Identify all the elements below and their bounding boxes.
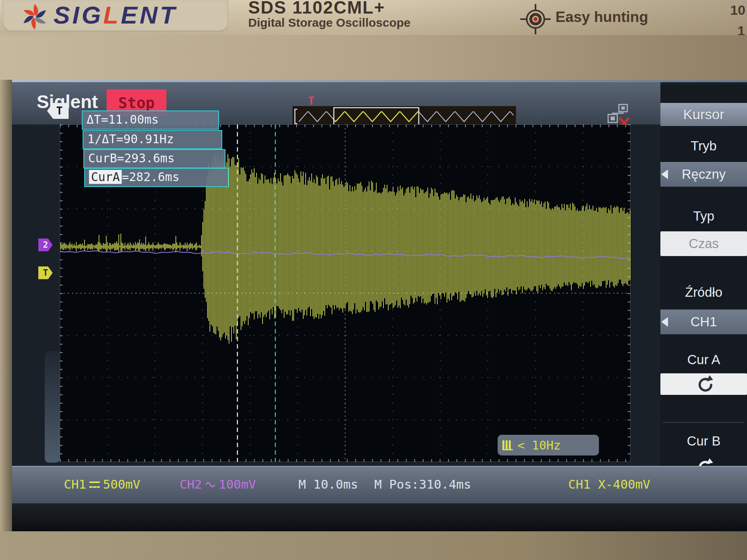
screen-lower-shadow xyxy=(12,503,747,531)
left-arrow-icon xyxy=(661,170,668,179)
readout-delta-t: ΔT=11.00ms xyxy=(82,110,219,130)
cur-a-knob-button[interactable] xyxy=(660,373,747,395)
device-mid-bezel xyxy=(0,35,747,80)
brand-logo-plate: SIGLENT xyxy=(2,0,228,32)
trigger-position-marker: T xyxy=(308,95,314,107)
brand-text: SIGLENT xyxy=(53,1,178,29)
model-title: SDS 1102CML+ xyxy=(248,0,385,18)
tagline-text: Easy hunting xyxy=(555,9,648,26)
menu-item-cur-b[interactable]: Cur B xyxy=(660,429,747,453)
trigger-frequency-badge: < 10Hz xyxy=(498,435,599,455)
rotate-knob-icon xyxy=(695,375,713,393)
waveform-preview-bar[interactable] xyxy=(292,106,516,127)
bezel-shading xyxy=(359,0,747,35)
menu-divider xyxy=(663,422,745,423)
menu-value-zrodlo[interactable]: CH1 xyxy=(660,310,747,334)
menu-value-typ[interactable]: Czas xyxy=(660,231,747,256)
menu-item-typ[interactable]: Typ xyxy=(660,204,747,228)
menu-item-zrodlo[interactable]: Źródło xyxy=(660,280,747,305)
ch2-scale-readout: CH2 100mV xyxy=(180,477,256,491)
soft-menu: Kursor Tryb Ręczny Typ Czas Źródło CH1 C… xyxy=(660,85,747,466)
readout-cursor-a: CurA=282.6ms xyxy=(84,168,229,187)
ch1-scale-readout: CH1500mV xyxy=(64,477,140,491)
ac-coupling-icon xyxy=(205,481,215,488)
easy-hunting-crosshair-icon xyxy=(519,3,552,35)
menu-title-kursor: Kursor xyxy=(660,103,747,126)
m-position-readout: M Pos:310.4ms xyxy=(374,477,471,491)
frequency-counter-icon xyxy=(502,440,513,450)
menu-item-tryb[interactable]: Tryb xyxy=(660,134,747,158)
screen-glare xyxy=(45,351,60,463)
siglent-pinwheel-icon xyxy=(18,2,51,32)
readout-cursor-b: CurB=293.6ms xyxy=(83,149,225,168)
edge-spec-text: 10 xyxy=(730,2,745,18)
left-arrow-icon xyxy=(661,317,668,327)
model-subtitle: Digital Storage Oscilloscope xyxy=(248,16,411,30)
device-bottom-bezel xyxy=(0,531,747,560)
menu-value-tryb[interactable]: Ręczny xyxy=(660,162,747,187)
bezel-left-edge xyxy=(0,80,12,531)
dc-coupling-icon xyxy=(89,481,100,488)
trigger-level-readout: CH1 X-400mV xyxy=(568,477,650,491)
timebase-readout: M 10.0ms xyxy=(298,477,358,491)
frequency-counter-value: < 10Hz xyxy=(518,438,561,452)
readout-inv-delta-t: 1/ΔT=90.91Hz xyxy=(83,130,222,149)
menu-item-cur-a[interactable]: Cur A xyxy=(660,348,747,372)
